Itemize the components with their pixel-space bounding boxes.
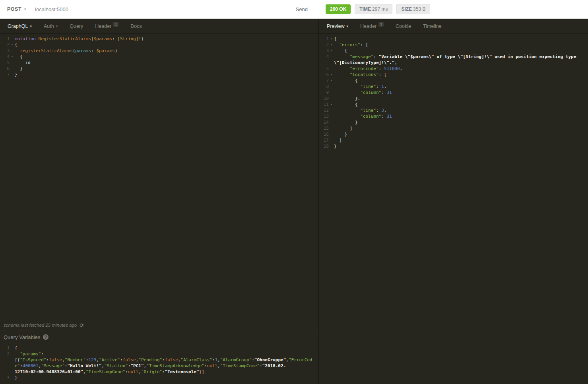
- code-line[interactable]: 11▾ {: [319, 101, 588, 107]
- code-line[interactable]: 8 "line": 1,: [319, 84, 588, 90]
- time-label: TIME: [359, 6, 371, 12]
- code-line[interactable]: 12 "line": 3,: [319, 107, 588, 113]
- tab-header[interactable]: Header3: [354, 19, 390, 33]
- tab-graphql[interactable]: GraphQL▾: [2, 19, 38, 33]
- code-line[interactable]: 2▾ "errors": [: [319, 42, 588, 48]
- tab-label: Header: [95, 23, 111, 29]
- code-line[interactable]: 18}: [319, 143, 588, 149]
- tab-cookie[interactable]: Cookie: [390, 19, 417, 33]
- method-dropdown[interactable]: POST ▾: [7, 6, 26, 12]
- request-panel: GraphQL▾Auth▾QueryHeader1Docs 1mutation …: [0, 19, 319, 384]
- line-number: 3: [0, 48, 15, 54]
- main-area: GraphQL▾Auth▾QueryHeader1Docs 1mutation …: [0, 19, 588, 384]
- code-line[interactable]: 15 ]: [319, 125, 588, 131]
- line-number: 3: [0, 375, 15, 381]
- line-number: 11▾: [319, 101, 334, 107]
- response-panel: Preview▾Header3CookieTimeline 1▾{2▾ "err…: [319, 19, 588, 384]
- code-line[interactable]: 3▾ {: [319, 48, 588, 54]
- line-number: 1: [0, 345, 15, 351]
- line-number: 13: [319, 113, 334, 119]
- code-line[interactable]: 9 "column": 31: [319, 90, 588, 96]
- tab-label: Preview: [327, 23, 344, 29]
- tab-label: Docs: [130, 23, 142, 29]
- graphql-query-editor[interactable]: 1mutation RegisterStaticAlarms($params: …: [0, 34, 318, 320]
- tab-header[interactable]: Header1: [89, 19, 124, 33]
- line-number: 7▾: [319, 78, 334, 84]
- line-number: 3▾: [319, 48, 334, 54]
- fold-toggle-icon[interactable]: ▾: [329, 36, 334, 42]
- tab-count-badge: 3: [378, 22, 384, 27]
- tab-query[interactable]: Query: [64, 19, 89, 33]
- status-badge: 200 OK: [326, 4, 351, 14]
- line-number: 5: [0, 60, 15, 66]
- fold-toggle-icon[interactable]: ▾: [329, 48, 334, 54]
- code-line[interactable]: 16 }: [319, 131, 588, 137]
- app-window: POST ▾ localhost:5000 Send 200 OK TIME29…: [0, 0, 588, 384]
- code-line[interactable]: 3 registerStaticAlarms(params: $params): [0, 48, 318, 54]
- time-value: 297 ms: [372, 6, 388, 12]
- code-line[interactable]: 7}: [0, 72, 318, 78]
- refresh-icon[interactable]: ⟳: [80, 322, 84, 328]
- fold-toggle-icon[interactable]: ▾: [10, 54, 15, 60]
- help-icon[interactable]: ?: [43, 334, 49, 340]
- line-number: 4▾: [0, 54, 15, 60]
- fold-toggle-icon[interactable]: ▾: [329, 42, 334, 48]
- code-line[interactable]: 1mutation RegisterStaticAlarms($params: …: [0, 36, 318, 42]
- tab-docs[interactable]: Docs: [124, 19, 147, 33]
- line-number: 2▾: [319, 42, 334, 48]
- line-number: 1: [0, 36, 15, 42]
- line-number: 9: [319, 90, 334, 96]
- tab-count-badge: 1: [113, 22, 118, 27]
- code-line[interactable]: 4 "message": "Variable \"$params\" of ty…: [319, 54, 588, 66]
- code-line[interactable]: 17 ]: [319, 137, 588, 143]
- line-number: 12: [319, 107, 334, 113]
- tab-label: Timeline: [423, 23, 442, 29]
- code-line[interactable]: 5 "errorcode": 511000,: [319, 66, 588, 72]
- tab-label: Header: [360, 23, 376, 29]
- query-variables-header: Query Variables ?: [0, 331, 318, 343]
- code-line[interactable]: 1▾{: [319, 36, 588, 42]
- schema-status: schema last fetched 25 minutes ago ⟳: [0, 320, 318, 331]
- code-line[interactable]: 4▾ {: [0, 54, 318, 60]
- url-input[interactable]: localhost:5000: [35, 6, 292, 12]
- response-body-viewer[interactable]: 1▾{2▾ "errors": [3▾ {4 "message": "Varia…: [319, 34, 588, 384]
- tab-label: Query: [70, 23, 83, 29]
- send-button[interactable]: Send: [292, 4, 312, 15]
- tab-preview[interactable]: Preview▾: [321, 19, 354, 33]
- line-number: 7: [0, 72, 15, 78]
- line-number: 1▾: [319, 36, 334, 42]
- code-line[interactable]: 2 "params": [{"IsSynced":false,"Number":…: [0, 351, 318, 375]
- code-line[interactable]: 14 }: [319, 119, 588, 125]
- fold-toggle-icon[interactable]: ▾: [329, 101, 334, 107]
- code-line[interactable]: 6▾ "locations": [: [319, 72, 588, 78]
- fold-toggle-icon[interactable]: ▾: [329, 78, 334, 84]
- query-variables-title: Query Variables: [4, 334, 40, 340]
- code-line[interactable]: 3}: [0, 375, 318, 381]
- tab-timeline[interactable]: Timeline: [417, 19, 448, 33]
- code-line[interactable]: 6 }: [0, 66, 318, 72]
- query-variables-editor[interactable]: 1{2 "params": [{"IsSynced":false,"Number…: [0, 343, 318, 384]
- code-line[interactable]: 7▾ {: [319, 78, 588, 84]
- line-number: 6: [0, 66, 15, 72]
- code-line[interactable]: 2▾{: [0, 42, 318, 48]
- code-line[interactable]: 5 id: [0, 60, 318, 66]
- size-label: SIZE: [401, 6, 412, 12]
- line-number: 2▾: [0, 42, 15, 48]
- code-line[interactable]: 1{: [0, 345, 318, 351]
- line-number: 5: [319, 66, 334, 72]
- size-badge: SIZE353 B: [396, 4, 430, 14]
- text-cursor: [18, 73, 18, 77]
- schema-status-text: schema last fetched 25 minutes ago: [4, 323, 77, 327]
- tab-label: Cookie: [396, 23, 411, 29]
- fold-toggle-icon[interactable]: ▾: [10, 42, 15, 48]
- line-number: 17: [319, 137, 334, 143]
- code-line[interactable]: 13 "column": 31: [319, 113, 588, 119]
- tab-label: Auth: [44, 23, 54, 29]
- line-number: 14: [319, 119, 334, 125]
- tab-auth[interactable]: Auth▾: [38, 19, 64, 33]
- fold-toggle-icon[interactable]: ▾: [329, 72, 334, 78]
- line-number: 15: [319, 125, 334, 131]
- response-tab-bar: Preview▾Header3CookieTimeline: [319, 19, 588, 34]
- code-line[interactable]: 10 },: [319, 96, 588, 101]
- line-number: 8: [319, 84, 334, 90]
